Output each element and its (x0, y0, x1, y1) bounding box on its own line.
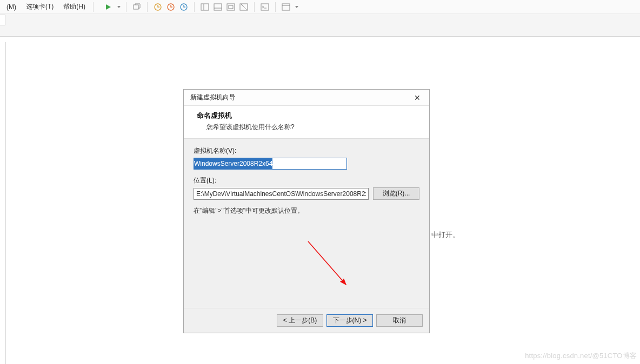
separator (126, 2, 126, 12)
vm-name-selected-text: WindowsServer2008R2x64 (194, 158, 272, 169)
tabstrip (0, 14, 640, 37)
tab-handle[interactable] (0, 15, 5, 25)
dialog-header: 命名虚拟机 您希望该虚拟机使用什么名称? (184, 106, 429, 139)
dialog-header-title: 命名虚拟机 (197, 111, 419, 120)
vm-name-input[interactable]: WindowsServer2008R2x64 (194, 158, 347, 170)
svg-line-11 (241, 4, 246, 10)
location-input[interactable] (194, 188, 369, 200)
svg-rect-6 (214, 4, 222, 10)
dropdown-caret-icon[interactable] (117, 6, 121, 8)
dialog-header-subtitle: 您希望该虚拟机使用什么名称? (197, 123, 419, 132)
layout-full-icon[interactable] (226, 2, 236, 12)
svg-rect-4 (201, 4, 209, 10)
separator (254, 2, 255, 12)
separator (194, 2, 195, 12)
menu-item-tabs[interactable]: 选项卡(T) (22, 1, 58, 13)
svg-rect-9 (229, 5, 233, 9)
dropdown-caret-icon[interactable] (295, 6, 298, 8)
next-button[interactable]: 下一步(N) > (326, 314, 373, 327)
svg-line-15 (308, 241, 346, 285)
terminal-icon[interactable] (260, 2, 270, 12)
clock-icon[interactable] (179, 2, 189, 12)
clock-icon[interactable] (153, 2, 163, 12)
toolbar (103, 2, 298, 12)
back-button[interactable]: < 上一步(B) (277, 314, 323, 327)
svg-rect-13 (282, 4, 290, 10)
share-icon[interactable] (132, 2, 142, 12)
cancel-button[interactable]: 取消 (376, 314, 423, 327)
menu-item-help[interactable]: 帮助(H) (59, 1, 90, 13)
watermark: https://blog.csdn.net/@51CTO博客 (525, 351, 637, 361)
layout-sidebar-icon[interactable] (200, 2, 210, 12)
layout-bottom-icon[interactable] (213, 2, 223, 12)
new-vm-wizard-dialog: 新建虚拟机向导 ✕ 命名虚拟机 您希望该虚拟机使用什么名称? 虚拟机名称(V):… (183, 89, 430, 333)
background-open-in-text: 中打开。 (431, 230, 459, 240)
svg-rect-0 (134, 5, 138, 9)
menu-item-m[interactable]: (M) (2, 2, 21, 12)
location-hint: 在"编辑">"首选项"中可更改默认位置。 (194, 206, 419, 215)
dialog-footer: < 上一步(B) 下一步(N) > 取消 (184, 308, 429, 333)
close-icon[interactable]: ✕ (411, 91, 424, 104)
layout-none-icon[interactable] (239, 2, 249, 12)
vm-name-label: 虚拟机名称(V): (194, 146, 419, 156)
svg-rect-8 (227, 4, 235, 10)
menubar: (M) 选项卡(T) 帮助(H) (0, 0, 640, 14)
clock-icon[interactable] (166, 2, 176, 12)
browse-button[interactable]: 浏览(R)... (373, 187, 419, 200)
separator (93, 2, 94, 12)
play-icon[interactable] (103, 2, 113, 12)
separator (147, 2, 148, 12)
dialog-body: 虚拟机名称(V): WindowsServer2008R2x64 位置(L): … (184, 139, 429, 308)
location-label: 位置(L): (194, 176, 419, 185)
window-icon[interactable] (281, 2, 291, 12)
svg-rect-12 (261, 4, 269, 10)
separator (275, 2, 276, 12)
dialog-titlebar: 新建虚拟机向导 ✕ (184, 90, 429, 106)
dialog-title: 新建虚拟机向导 (190, 93, 236, 102)
